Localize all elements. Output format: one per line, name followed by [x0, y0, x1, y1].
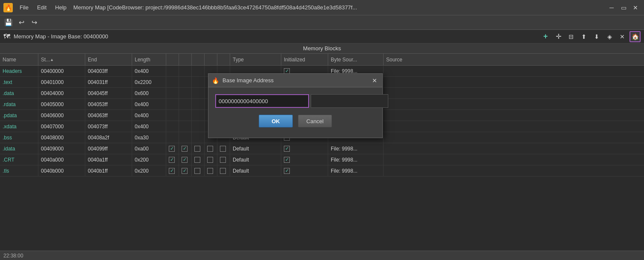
- row-length: 0x2200: [132, 77, 166, 87]
- expand-up-button[interactable]: ⬆: [578, 31, 589, 42]
- row-source: [384, 154, 435, 165]
- row-type: Default: [230, 143, 281, 154]
- save-icon: 💾: [4, 18, 13, 26]
- undo-button[interactable]: ↩: [15, 17, 27, 29]
- cancel-button[interactable]: Cancel: [298, 115, 332, 127]
- row-bytesrc: File: 9998...: [328, 154, 384, 165]
- col-name[interactable]: Name: [0, 54, 38, 65]
- row-f1: [166, 77, 179, 87]
- menu-bar: File Edit Help: [16, 3, 70, 12]
- row-f1: [166, 66, 179, 76]
- row-f4: [205, 154, 217, 165]
- header-close-x-button[interactable]: ✕: [617, 31, 628, 42]
- row-source: [384, 132, 435, 143]
- dialog-close-button[interactable]: ✕: [370, 76, 379, 85]
- row-f2: [179, 66, 192, 76]
- table-row[interactable]: .tls 0040b000 0040b1ff 0x200 Default Fil…: [0, 165, 644, 176]
- row-source: [384, 110, 435, 121]
- col-source[interactable]: Source: [384, 54, 435, 65]
- row-f4: [205, 165, 217, 176]
- col-flag2: [179, 54, 192, 65]
- ok-button[interactable]: OK: [259, 115, 293, 127]
- col-type[interactable]: Type: [230, 54, 281, 65]
- menu-help[interactable]: Help: [52, 3, 70, 12]
- row-length: 0x400: [132, 110, 166, 121]
- row-f4: [205, 143, 217, 154]
- move-button[interactable]: ✛: [553, 31, 564, 42]
- row-start: 00404000: [38, 88, 85, 98]
- table-row[interactable]: .idata 00409000 004099ff 0xa00 Default F…: [0, 143, 644, 154]
- window-controls: ─ ▭ ✕: [606, 3, 641, 13]
- row-f2: [179, 121, 192, 132]
- row-end: 004045ff: [85, 88, 132, 98]
- row-source: [384, 143, 435, 154]
- split-button[interactable]: ⊟: [566, 31, 577, 42]
- menu-edit[interactable]: Edit: [34, 3, 50, 12]
- row-length: 0x400: [132, 66, 166, 76]
- menu-file[interactable]: File: [16, 3, 32, 12]
- row-name: .idata: [0, 143, 38, 154]
- row-source: [384, 88, 435, 98]
- save-button[interactable]: 💾: [3, 17, 14, 29]
- row-f1: [166, 132, 179, 143]
- row-length: 0x600: [132, 88, 166, 98]
- row-start: 0040b000: [38, 165, 85, 176]
- col-end[interactable]: End: [85, 54, 132, 65]
- undo-icon: ↩: [19, 18, 24, 26]
- row-source: [384, 66, 435, 76]
- merge-button[interactable]: ◈: [604, 31, 615, 42]
- row-source: [384, 121, 435, 132]
- table-row[interactable]: .CRT 0040a000 0040a1ff 0x200 Default Fil…: [0, 154, 644, 165]
- dialog-icon: 🔥: [212, 77, 219, 84]
- toolbar: 💾 ↩ ↪: [0, 15, 644, 30]
- col-byte-source[interactable]: Byte Sour...: [328, 54, 384, 65]
- col-flag3: [192, 54, 205, 65]
- row-f2: [179, 154, 192, 165]
- redo-icon: ↪: [32, 18, 37, 26]
- close-button[interactable]: ✕: [630, 3, 641, 13]
- row-name: .xdata: [0, 121, 38, 132]
- base-address-extra-input[interactable]: [311, 94, 388, 108]
- restore-button[interactable]: ▭: [618, 3, 629, 13]
- row-name: .data: [0, 88, 38, 98]
- redo-button[interactable]: ↪: [28, 17, 40, 29]
- row-end: 004003ff: [85, 66, 132, 76]
- row-type: Default: [230, 154, 281, 165]
- row-f1: [166, 110, 179, 121]
- expand-down-button[interactable]: ⬇: [591, 31, 602, 42]
- row-start: 00409000: [38, 143, 85, 154]
- row-f5: [217, 143, 230, 154]
- row-end: 004073ff: [85, 121, 132, 132]
- add-block-button[interactable]: +: [540, 31, 551, 42]
- dialog-titlebar: 🔥 Base Image Address ✕: [208, 74, 382, 87]
- status-bar: 22:38:00: [0, 251, 644, 260]
- minimize-button[interactable]: ─: [606, 3, 617, 13]
- row-start: 0040a000: [38, 154, 85, 165]
- row-length: 0x400: [132, 99, 166, 110]
- row-f1: [166, 143, 179, 154]
- home-button[interactable]: 🏠: [630, 31, 641, 42]
- col-length[interactable]: Length: [132, 54, 166, 65]
- row-start: 00400000: [38, 66, 85, 76]
- header-actions: + ✛ ⊟ ⬆ ⬇ ◈ ✕ 🏠: [540, 31, 641, 42]
- row-init: [281, 154, 328, 165]
- row-source: [384, 165, 435, 176]
- row-init: [281, 143, 328, 154]
- col-flag5: [217, 54, 230, 65]
- dialog-buttons: OK Cancel: [215, 115, 375, 134]
- row-end: 004031ff: [85, 77, 132, 87]
- memory-map-icon: 🗺: [3, 33, 10, 40]
- col-start[interactable]: St...: [38, 54, 85, 65]
- row-f1: [166, 121, 179, 132]
- row-name: .pdata: [0, 110, 38, 121]
- row-end: 0040b1ff: [85, 165, 132, 176]
- row-name: .CRT: [0, 154, 38, 165]
- row-f5: [217, 154, 230, 165]
- row-start: 00408000: [38, 132, 85, 143]
- row-start: 00406000: [38, 110, 85, 121]
- base-address-input[interactable]: [215, 94, 309, 108]
- row-f1: [166, 165, 179, 176]
- row-name: Headers: [0, 66, 38, 76]
- col-initialized[interactable]: Initialized: [281, 54, 328, 65]
- row-source: [384, 77, 435, 87]
